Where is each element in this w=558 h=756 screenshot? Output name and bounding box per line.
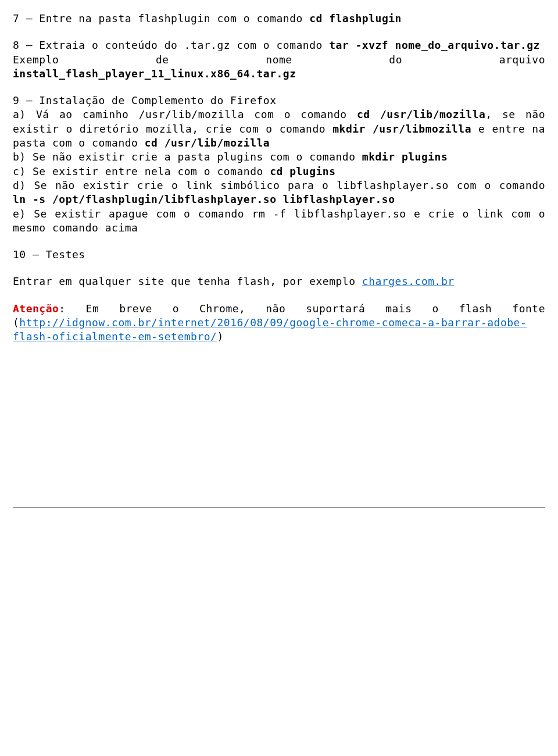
step-8-line2: Exemplo de nome do arquivo	[13, 53, 545, 67]
link-idgnow[interactable]: http://idgnow.com.br/internet/2016/08/09…	[13, 316, 527, 343]
step-10-title: 10 – Testes	[13, 248, 85, 261]
attention-label: Atenção	[13, 302, 59, 315]
link-charges[interactable]: charges.com.br	[362, 275, 455, 287]
step-7-text: 7 – Entre na pasta flashplugin com o com…	[13, 12, 309, 24]
step-9a-cmd-1: cd /usr/lib/mozilla	[357, 108, 485, 120]
step-8-example-filename: install_flash_player_11_linux.x86_64.tar…	[13, 67, 296, 80]
step-7-command: cd flashplugin	[309, 12, 402, 24]
step-9c-text: c) Se existir entre nela com o comando	[13, 165, 270, 177]
tests-text: Entrar em qualquer site que tenha flash,…	[13, 275, 362, 287]
step-9a-cmd-2: mkdir /usr/libmozilla	[332, 123, 471, 135]
step-9b-cmd: mkdir plugins	[362, 151, 448, 163]
step-8-line1-text: 8 – Extraia o conteúdo do .tar.gz com o …	[13, 39, 329, 51]
step-9-title: 9 – Instalação de Complemento do Firefox	[13, 94, 276, 106]
step-9b-text: b) Se não existir crie a pasta plugins c…	[13, 151, 362, 163]
footer-rule	[13, 507, 545, 508]
step-8: 8 – Extraia o conteúdo do .tar.gz com o …	[13, 38, 545, 81]
step-8-command: tar -xvzf nome_do_arquivo.tar.gz	[329, 39, 540, 51]
attention-close: )	[217, 330, 223, 343]
step-9c-cmd: cd plugins	[270, 165, 335, 177]
step-9d-cmd: ln -s /opt/flashplugin/libflashplayer.so…	[13, 193, 395, 205]
step-7: 7 – Entre na pasta flashplugin com o com…	[13, 12, 545, 26]
step-9: 9 – Instalação de Complemento do Firefox…	[13, 94, 545, 235]
step-9e-text: e) Se existir apague com o comando rm -f…	[13, 208, 545, 234]
step-9a-text-1: a) Vá ao caminho /usr/lib/mozilla com o …	[13, 108, 357, 120]
attention-paragraph: Atenção: Em breve o Chrome, não suportar…	[13, 302, 545, 344]
step-9a-cmd-3: cd /usr/lib/mozilla	[145, 137, 270, 149]
step-9d-text: d) Se não existir crie o link simbólico …	[13, 179, 545, 191]
step-10: 10 – Testes	[13, 248, 545, 262]
tests-paragraph: Entrar em qualquer site que tenha flash,…	[13, 274, 545, 288]
